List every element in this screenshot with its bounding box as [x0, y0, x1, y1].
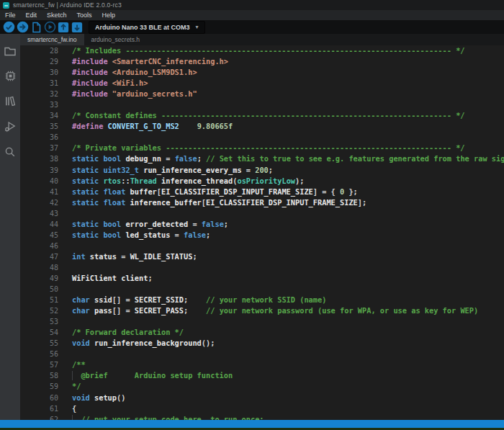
code-editor[interactable]: 28/* Includes --------------------------… — [20, 45, 504, 420]
code-line[interactable]: 30#include <Arduino_LSM9DS1.h> — [20, 67, 504, 78]
code-line[interactable]: 44static bool error_detected = false; — [20, 219, 504, 230]
line-number[interactable]: 28 — [20, 45, 65, 56]
code-line[interactable]: 62 // put your setup code here, to run o… — [20, 414, 504, 420]
tab-arduino_secrets.h[interactable]: arduino_secrets.h — [84, 34, 148, 45]
code-line[interactable]: 49WiFiClient client; — [20, 273, 504, 284]
open-button[interactable] — [57, 21, 70, 34]
sidebar-item-sketchbook[interactable] — [0, 40, 20, 65]
line-number[interactable]: 49 — [20, 273, 65, 284]
line-number[interactable]: 48 — [20, 262, 65, 273]
line-number[interactable]: 44 — [20, 219, 65, 230]
code-line[interactable]: 29#include <SmarterCNC_inferencing.h> — [20, 56, 504, 67]
code-line[interactable]: 60void setup() — [20, 393, 504, 403]
line-number[interactable]: 53 — [20, 316, 65, 327]
code-line[interactable]: 52char pass[] = SECRET_PASS; // your net… — [20, 305, 504, 316]
code-line[interactable]: 55void run_inference_background(); — [20, 338, 504, 349]
code-token: ); — [295, 176, 304, 185]
line-number[interactable]: 43 — [20, 208, 65, 219]
line-number[interactable]: 59 — [20, 381, 65, 392]
line-number[interactable]: 50 — [20, 284, 65, 295]
line-number[interactable]: 31 — [20, 78, 65, 89]
line-number[interactable]: 29 — [20, 56, 65, 67]
line-number[interactable]: 40 — [20, 176, 65, 187]
code-line[interactable]: 33 — [20, 99, 504, 110]
line-number[interactable]: 60 — [20, 393, 65, 403]
line-number[interactable]: 35 — [20, 121, 65, 132]
sidebar-item-library-manager[interactable] — [0, 90, 20, 115]
menu-item-file[interactable]: File — [0, 12, 21, 19]
code-line[interactable]: 36 — [20, 132, 504, 143]
code-token: int — [72, 252, 86, 261]
menu-item-help[interactable]: Help — [97, 12, 121, 19]
code-line[interactable]: 56 — [20, 349, 504, 359]
line-number[interactable]: 41 — [20, 187, 65, 197]
code-text: static bool debug_nn = false; // Set thi… — [72, 153, 504, 164]
line-number[interactable]: 51 — [20, 295, 65, 305]
new-sketch-button[interactable] — [30, 21, 42, 34]
code-line[interactable]: 39static uint32_t run_inference_every_ms… — [20, 165, 504, 176]
sidebar-item-debugger[interactable] — [0, 115, 20, 140]
code-line[interactable]: 37/* Private variables -----------------… — [20, 143, 504, 153]
menu-item-tools[interactable]: Tools — [72, 12, 97, 19]
code-line[interactable]: 45static bool led_status = false; — [20, 230, 504, 241]
code-token: // your network SSID (name) — [206, 295, 326, 304]
line-number[interactable]: 47 — [20, 251, 65, 262]
code-line[interactable]: 34/* Constant defines ------------------… — [20, 110, 504, 121]
line-number[interactable]: 46 — [20, 241, 65, 251]
line-number[interactable]: 34 — [20, 110, 65, 121]
sidebar-item-boards-manager[interactable] — [0, 65, 20, 90]
line-number[interactable]: 61 — [20, 403, 65, 414]
line-number[interactable]: 52 — [20, 305, 65, 316]
code-line[interactable]: 58 @brief Arduino setup function — [20, 370, 504, 381]
code-line[interactable]: 48 — [20, 262, 504, 273]
verify-button[interactable] — [2, 21, 15, 34]
line-number[interactable]: 45 — [20, 230, 65, 241]
line-number[interactable]: 36 — [20, 132, 65, 143]
code-token: static — [72, 187, 99, 196]
code-line[interactable]: 57/** — [20, 359, 504, 370]
menu-item-sketch[interactable]: Sketch — [42, 12, 72, 19]
code-line[interactable]: 46 — [20, 241, 504, 251]
code-token: ]; — [358, 198, 366, 207]
line-number[interactable]: 62 — [20, 414, 65, 420]
tab-smartercnc_fw.ino[interactable]: smartercnc_fw.ino — [20, 34, 84, 45]
sidebar-item-search[interactable] — [0, 140, 20, 166]
code-line[interactable]: 51char ssid[] = SECRET_SSID; // your net… — [20, 295, 504, 305]
line-number[interactable]: 54 — [20, 327, 65, 338]
line-number[interactable]: 57 — [20, 359, 65, 370]
line-number[interactable]: 42 — [20, 197, 65, 208]
code-line[interactable]: 42static float inference_buffer[EI_CLASS… — [20, 197, 504, 208]
menu-item-edit[interactable]: Edit — [21, 12, 42, 19]
code-line[interactable]: 43 — [20, 208, 504, 219]
code-line[interactable]: 32#include "arduino_secrets.h" — [20, 89, 504, 99]
debug-button[interactable] — [43, 21, 56, 34]
code-line[interactable]: 38static bool debug_nn = false; // Set t… — [20, 153, 504, 164]
code-line[interactable]: 47int status = WL_IDLE_STATUS; — [20, 251, 504, 262]
code-token: static — [72, 176, 99, 185]
code-line[interactable]: 54/* Forward declaration */ — [20, 327, 504, 338]
code-line[interactable]: 59*/ — [20, 381, 504, 392]
line-number[interactable]: 30 — [20, 67, 65, 78]
line-number[interactable]: 58 — [20, 370, 65, 381]
code-line[interactable]: 50 — [20, 284, 504, 295]
code-text: { — [72, 403, 76, 414]
code-token: /* Forward declaration */ — [72, 328, 184, 336]
board-selector[interactable]: Arduino Nano 33 BLE at COM3 ▾ — [89, 21, 205, 34]
line-number[interactable]: 56 — [20, 349, 65, 359]
code-line[interactable]: 53 — [20, 316, 504, 327]
line-number[interactable]: 39 — [20, 165, 65, 176]
code-line[interactable]: 41static float buffer[EI_CLASSIFIER_DSP_… — [20, 187, 504, 197]
line-number[interactable]: 55 — [20, 338, 65, 349]
code-line[interactable]: 35#define CONVERT_G_TO_MS2 9.80665f — [20, 121, 504, 132]
code-text: #include "arduino_secrets.h" — [72, 89, 197, 99]
save-button[interactable] — [71, 21, 84, 34]
upload-button[interactable] — [16, 21, 29, 34]
line-number[interactable]: 33 — [20, 99, 65, 110]
code-line[interactable]: 61{ — [20, 403, 504, 414]
code-line[interactable]: 31#include <WiFi.h> — [20, 78, 504, 89]
line-number[interactable]: 37 — [20, 143, 65, 153]
line-number[interactable]: 38 — [20, 153, 65, 164]
code-line[interactable]: 40static rtos::Thread inference_thread(o… — [20, 176, 504, 187]
code-line[interactable]: 28/* Includes --------------------------… — [20, 45, 504, 56]
line-number[interactable]: 32 — [20, 89, 65, 99]
